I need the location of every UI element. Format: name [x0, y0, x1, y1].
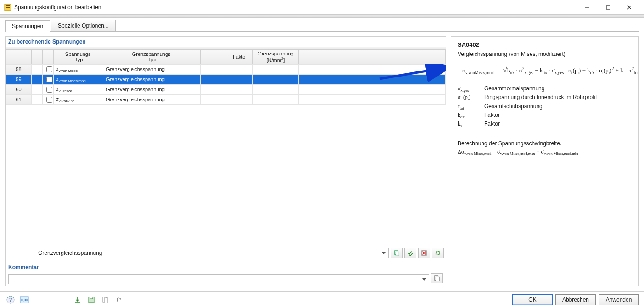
chevron-down-icon: [422, 278, 426, 280]
delete-icon[interactable]: [418, 248, 430, 258]
stress-table: Spannungs-Typ Grenzspannungs-Typ Faktor …: [6, 50, 446, 64]
sym-desc: Faktor: [484, 112, 500, 119]
comment-combo[interactable]: [8, 274, 429, 284]
row-checkbox[interactable]: [46, 77, 52, 82]
row-checkbox[interactable]: [46, 97, 52, 103]
tab-spezielle-optionen[interactable]: Spezielle Optionen...: [51, 20, 116, 31]
sym-desc: Gesamtnormalspannung: [484, 85, 544, 93]
svg-rect-14: [436, 277, 439, 281]
window-title: Spannungskonfiguration bearbeiten: [14, 4, 577, 11]
sym-desc: Gesamtschubspannung: [484, 103, 543, 110]
svg-text:0,00: 0,00: [21, 298, 28, 302]
function-icon[interactable]: f: [113, 294, 124, 305]
check-all-icon[interactable]: [404, 248, 416, 258]
svg-rect-1: [6, 5, 10, 6]
app-icon: [4, 4, 11, 11]
limit-type-combo-value: Grenzvergleichsspannung: [38, 250, 102, 256]
col-factor[interactable]: Faktor: [227, 50, 253, 64]
sym-desc: Faktor: [484, 121, 500, 128]
footer: ? 0,00 f OK Abbrechen Anwenden: [0, 291, 644, 308]
row-checkbox[interactable]: [46, 87, 52, 93]
calc-note-title: Berechnung der Spannungsschwingbreite.: [458, 140, 632, 147]
left-panel: Zu berechnende Spannungen Spannungs-Typ …: [5, 36, 446, 286]
col-stress-type[interactable]: Spannungs-Typ: [54, 50, 104, 64]
row-checkbox[interactable]: [46, 66, 52, 72]
close-button[interactable]: [619, 0, 640, 14]
svg-rect-20: [90, 297, 93, 299]
save-icon[interactable]: [86, 294, 97, 305]
table-row[interactable]: 60 σv,Tresca Grenzvergleichsspannung: [6, 84, 446, 94]
table-row[interactable]: 61 σv,Rankine Grenzvergleichsspannung: [6, 94, 446, 104]
refresh-icon[interactable]: [432, 248, 444, 258]
svg-rect-4: [606, 6, 610, 9]
limit-type-editor-row: Grenzvergleichsspannung: [6, 246, 446, 260]
import-icon[interactable]: [72, 294, 83, 305]
comment-pick-icon[interactable]: [431, 273, 443, 283]
svg-rect-2: [6, 7, 10, 8]
calc-note-eq: Δσv,von Mises,mod = σv,von Mises,mod,max…: [458, 148, 632, 156]
info-code: SA0402: [458, 41, 632, 48]
tab-spannungen-label: Spannungen: [12, 23, 43, 29]
svg-rect-22: [104, 298, 108, 303]
left-section-title: Zu berechnende Spannungen: [6, 37, 446, 47]
toolbar-strip: [0, 14, 644, 18]
tab-spannungen[interactable]: Spannungen: [5, 20, 50, 32]
clipboard-icon[interactable]: [100, 294, 111, 305]
minimize-button[interactable]: [577, 0, 598, 14]
info-panel: SA0402 Vergleichsspannung (von Mises, mo…: [451, 36, 639, 286]
info-desc: Vergleichsspannung (von Mises, modifizie…: [458, 51, 632, 57]
ok-button[interactable]: OK: [512, 294, 553, 305]
cancel-button[interactable]: Abbrechen: [555, 294, 596, 305]
apply-button[interactable]: Anwenden: [599, 294, 639, 305]
cancel-label: Abbrechen: [562, 297, 589, 303]
sym-desc: Ringspannung durch Innendruck im Rohrpro…: [484, 94, 597, 101]
col-limit-type[interactable]: Grenzspannungs-Typ: [104, 50, 201, 64]
info-formula: σv,vonMises,mod = √kσx · σ2x,ges − kσx ·…: [462, 66, 632, 75]
svg-rect-9: [396, 252, 399, 256]
ok-label: OK: [528, 297, 536, 303]
symbol-table: σx,gesGesamtnormalspannung σt (pi)Ringsp…: [458, 85, 632, 128]
units-icon[interactable]: 0,00: [19, 294, 30, 305]
calc-note: Berechnung der Spannungsschwingbreite. Δ…: [458, 140, 632, 156]
table-row[interactable]: 58 σv,von Mises Grenzvergleichsspannung: [6, 64, 446, 74]
chevron-down-icon: [382, 252, 386, 254]
grid-body[interactable]: 58 σv,von Mises Grenzvergleichsspannung …: [6, 64, 446, 246]
svg-text:?: ?: [9, 297, 12, 302]
maximize-button[interactable]: [598, 0, 619, 14]
tab-spezielle-label: Spezielle Optionen...: [58, 22, 109, 29]
comment-label: Kommentar: [8, 262, 443, 272]
tab-bar: Spannungen Spezielle Optionen...: [0, 18, 644, 31]
table-row[interactable]: 59 σv,von Mises,mod Grenzvergleichsspann…: [6, 74, 446, 84]
titlebar: Spannungskonfiguration bearbeiten: [0, 0, 644, 14]
svg-text:f: f: [117, 297, 119, 303]
limit-type-combo[interactable]: Grenzvergleichsspannung: [35, 248, 389, 258]
apply-label: Anwenden: [606, 297, 632, 303]
help-icon[interactable]: ?: [5, 294, 16, 305]
col-limit[interactable]: Grenzspannung[N/mm2]: [253, 50, 299, 64]
comment-block: Kommentar: [6, 260, 446, 286]
copy-icon[interactable]: [391, 248, 403, 258]
